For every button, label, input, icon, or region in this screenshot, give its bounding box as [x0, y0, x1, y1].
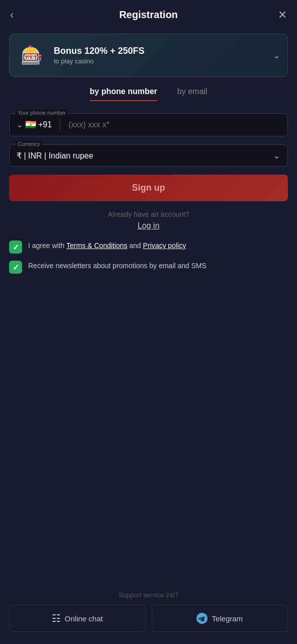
- telegram-icon: [196, 613, 208, 624]
- privacy-link[interactable]: Privacy policy: [143, 242, 186, 250]
- login-link[interactable]: Log in: [138, 221, 160, 230]
- newsletter-label: Receive newsletters about promotions by …: [28, 261, 207, 271]
- back-button[interactable]: ‹: [10, 9, 14, 22]
- footer-buttons: ☷ Online chat Telegram: [9, 605, 288, 632]
- bonus-title: Bonus 120% + 250FS: [54, 46, 273, 56]
- login-section: Already have an account? Log in: [9, 210, 288, 230]
- newsletter-checkbox[interactable]: ✓: [9, 261, 22, 274]
- bonus-icon: 🎰: [17, 40, 47, 70]
- bonus-banner[interactable]: 🎰 Bonus 120% + 250FS to play casino ⌄: [9, 34, 288, 77]
- bonus-subtitle: to play casino: [54, 57, 273, 65]
- country-selector[interactable]: ⌄ 🇮🇳 +91: [17, 119, 52, 130]
- newsletter-checkbox-item: ✓ Receive newsletters about promotions b…: [9, 261, 288, 274]
- page-title: Registration: [119, 9, 178, 21]
- close-button[interactable]: ✕: [278, 9, 287, 22]
- india-flag-icon: 🇮🇳: [25, 119, 36, 130]
- currency-label: Currency: [16, 141, 42, 147]
- terms-checkbox-item: ✓ I agree with Terms & Conditions and Pr…: [9, 240, 288, 254]
- currency-value: ₹ | INR | Indian rupee: [17, 151, 93, 160]
- phone-field-group: Your phone number ⌄ 🇮🇳 +91: [9, 113, 288, 136]
- phone-divider: [60, 119, 60, 131]
- chevron-down-icon: ⌄: [273, 50, 280, 61]
- telegram-label: Telegram: [212, 614, 243, 623]
- terms-checkbox[interactable]: ✓: [9, 240, 22, 254]
- chat-icon: ☷: [52, 612, 61, 624]
- online-chat-label: Online chat: [65, 614, 103, 623]
- registration-tabs: by phone number by email: [0, 87, 297, 101]
- chevron-down-icon: ⌄: [273, 150, 280, 161]
- checkmark-icon: ✓: [13, 243, 19, 252]
- already-account-text: Already have an account?: [9, 210, 288, 218]
- and-text: and: [127, 242, 143, 250]
- telegram-button[interactable]: Telegram: [152, 605, 288, 632]
- registration-form: Your phone number ⌄ 🇮🇳 +91 Currency ₹ | …: [0, 113, 297, 230]
- tab-phone[interactable]: by phone number: [90, 87, 157, 101]
- phone-input[interactable]: [68, 120, 280, 129]
- support-label: Support service 24/7: [9, 591, 288, 599]
- currency-row: ₹ | INR | Indian rupee ⌄: [17, 150, 280, 161]
- country-code: +91: [38, 120, 52, 129]
- agree-prefix-text: I agree with: [28, 242, 66, 250]
- footer: Support service 24/7 ☷ Online chat Teleg…: [0, 581, 297, 644]
- online-chat-button[interactable]: ☷ Online chat: [9, 605, 146, 632]
- currency-field-group[interactable]: Currency ₹ | INR | Indian rupee ⌄: [9, 144, 288, 167]
- terms-link[interactable]: Terms & Conditions: [66, 242, 127, 250]
- terms-label: I agree with Terms & Conditions and Priv…: [28, 240, 186, 251]
- checkmark-icon: ✓: [13, 263, 19, 272]
- chevron-down-icon: ⌄: [17, 120, 23, 129]
- phone-row: ⌄ 🇮🇳 +91: [17, 119, 280, 131]
- header: ‹ Registration ✕: [0, 0, 297, 30]
- tab-email[interactable]: by email: [177, 87, 208, 101]
- phone-label: Your phone number: [16, 110, 68, 116]
- bonus-text: Bonus 120% + 250FS to play casino: [54, 46, 273, 65]
- signup-button[interactable]: Sign up: [9, 175, 288, 201]
- checkbox-section: ✓ I agree with Terms & Conditions and Pr…: [0, 230, 297, 281]
